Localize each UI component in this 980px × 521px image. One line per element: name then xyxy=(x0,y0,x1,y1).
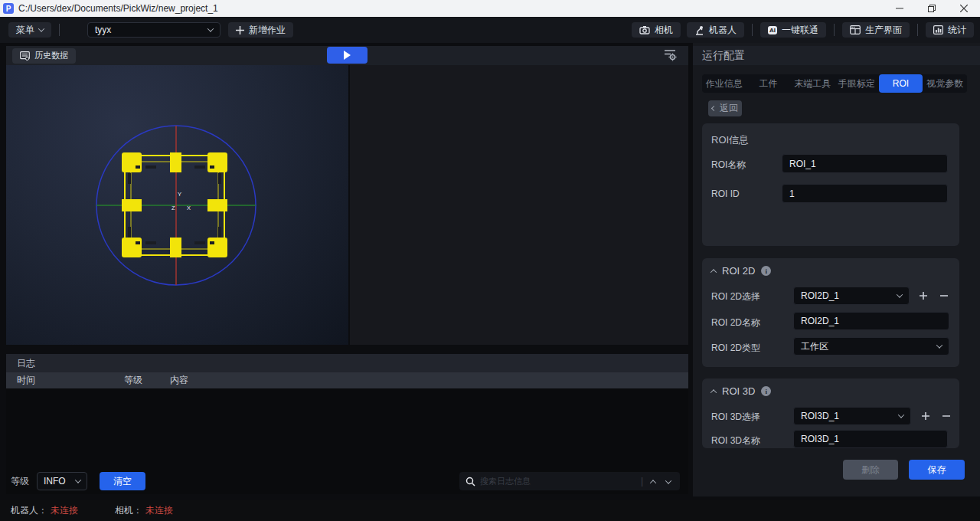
production-ui-button[interactable]: 生产界面 xyxy=(842,22,910,38)
history-data-icon xyxy=(20,51,30,61)
add-job-label: 新增作业 xyxy=(249,24,286,37)
close-button[interactable] xyxy=(948,0,980,17)
robot-label: 机器人 xyxy=(709,24,737,37)
config-tabs: 作业信息 工件 末端工具 手眼标定 ROI 视觉参数 xyxy=(702,74,967,93)
title-bar: P C:/Users/dex/Documents/PickWiz/new_pro… xyxy=(0,0,980,17)
save-button[interactable]: 保存 xyxy=(909,460,965,480)
axis-label-z: Z xyxy=(172,205,175,211)
chevron-down-icon xyxy=(38,25,44,31)
viewport-2d[interactable] xyxy=(350,65,688,345)
viewport-3d[interactable]: Y Z X xyxy=(6,65,348,345)
roi-id-input[interactable] xyxy=(782,184,948,203)
tab-job-info[interactable]: 作业信息 xyxy=(702,74,746,93)
stats-button[interactable]: 统计 xyxy=(926,22,974,38)
roi-2d-select-label: ROI 2D选择 xyxy=(711,290,760,303)
plus-icon xyxy=(921,411,930,421)
chevron-down-icon xyxy=(75,477,81,483)
roi-2d-name-input[interactable] xyxy=(793,312,949,330)
roi-info-card: ROI信息 ROI名称 ROI ID 1 拍照取图 导入图像 导入点云 xyxy=(702,123,959,246)
window-controls xyxy=(884,0,980,17)
collapse-icon[interactable] xyxy=(710,389,717,395)
back-button[interactable]: 返回 xyxy=(708,100,742,116)
roi-name-label: ROI名称 xyxy=(711,159,746,172)
tab-vision-params[interactable]: 视觉参数 xyxy=(923,74,967,93)
search-next-button[interactable] xyxy=(663,474,674,488)
tab-hand-eye-calib[interactable]: 手眼标定 xyxy=(835,74,879,93)
tray-edge-tab xyxy=(207,199,227,211)
log-header: 日志 xyxy=(6,354,688,372)
menu-button[interactable]: 菜单 xyxy=(8,22,51,38)
add-job-button[interactable]: 新增作业 xyxy=(228,22,293,38)
tab-workpiece[interactable]: 工件 xyxy=(746,74,791,93)
roi-2d-select[interactable]: ROI2D_1 xyxy=(793,287,910,305)
minus-icon xyxy=(942,411,951,421)
tray-corner-block xyxy=(122,152,142,172)
roi-2d-remove-button[interactable] xyxy=(938,290,950,302)
roi-3d-name-label: ROI 3D名称 xyxy=(711,434,760,447)
list-settings-icon xyxy=(662,48,678,62)
restore-icon xyxy=(928,5,936,12)
main-toolbar: 菜单 tyyx 新增作业 相机 机器人 AI 一键联通 生产界面 xyxy=(0,17,980,43)
roi-3d-add-button[interactable] xyxy=(920,410,932,422)
tab-end-tool[interactable]: 末端工具 xyxy=(790,74,835,93)
clear-log-button[interactable]: 清空 xyxy=(100,472,145,490)
roi-name-input[interactable] xyxy=(782,154,948,173)
chevron-down-icon xyxy=(897,291,903,297)
axis-label-x: X xyxy=(187,205,191,211)
info-icon[interactable]: i xyxy=(761,386,771,396)
log-level-select[interactable]: INFO xyxy=(37,472,87,490)
camera-status-label: 相机： xyxy=(115,504,142,517)
tab-roi[interactable]: ROI xyxy=(879,74,923,93)
camera-button[interactable]: 相机 xyxy=(632,22,681,38)
clear-log-label: 清空 xyxy=(113,475,132,488)
log-body[interactable]: 等级 INFO 清空 | xyxy=(6,388,688,494)
camera-icon xyxy=(639,25,650,34)
log-col-time: 时间 xyxy=(17,374,124,387)
one-key-connect-button[interactable]: AI 一键联通 xyxy=(760,22,826,38)
delete-button[interactable]: 删除 xyxy=(843,460,898,480)
log-column-header: 时间 等级 内容 xyxy=(6,372,688,388)
search-prev-button[interactable] xyxy=(648,474,658,488)
roi-info-title: ROI信息 xyxy=(711,133,749,147)
info-icon[interactable]: i xyxy=(761,266,771,276)
viewport-toolbar: 历史数据 xyxy=(6,46,688,65)
window-title: C:/Users/dex/Documents/PickWiz/new_proje… xyxy=(18,3,218,14)
roi-3d-title: ROI 3D xyxy=(722,385,755,397)
collapse-icon[interactable] xyxy=(710,269,717,275)
run-config-title: 运行配置 xyxy=(702,49,745,63)
minus-icon xyxy=(939,291,949,300)
robot-status: 机器人： 未连接 xyxy=(11,504,78,517)
roi-2d-type-label: ROI 2D类型 xyxy=(711,342,760,355)
minimize-icon xyxy=(896,5,903,12)
history-data-label: 历史数据 xyxy=(34,50,68,61)
robot-status-label: 机器人： xyxy=(11,504,47,517)
play-icon xyxy=(344,51,351,60)
delete-label: 删除 xyxy=(861,464,880,477)
close-icon xyxy=(960,5,968,12)
stats-label: 统计 xyxy=(948,24,966,37)
roi-2d-add-button[interactable] xyxy=(917,290,929,302)
log-col-content: 内容 xyxy=(170,374,188,387)
job-select[interactable]: tyyx xyxy=(87,22,220,38)
robot-button[interactable]: 机器人 xyxy=(687,22,744,38)
run-button[interactable] xyxy=(327,47,368,64)
view-settings-button[interactable] xyxy=(662,48,678,62)
tray-corner-block xyxy=(207,238,227,257)
roi-2d-type-select[interactable]: 工作区 xyxy=(793,337,949,356)
history-data-button[interactable]: 历史数据 xyxy=(12,48,76,64)
roi-3d-remove-button[interactable] xyxy=(940,410,952,422)
one-key-connect-label: 一键联通 xyxy=(782,24,818,37)
axis-label-y: Y xyxy=(178,191,181,198)
toolbar-right-group: 相机 机器人 AI 一键联通 生产界面 统计 xyxy=(632,22,974,38)
restore-button[interactable] xyxy=(916,0,948,17)
roi-3d-name-input[interactable] xyxy=(793,430,948,448)
log-title: 日志 xyxy=(17,357,35,370)
roi-3d-select[interactable]: ROI3D_1 xyxy=(793,407,911,425)
camera-status: 相机： 未连接 xyxy=(115,504,173,517)
minimize-button[interactable] xyxy=(884,0,916,17)
app-logo-icon: P xyxy=(3,3,14,14)
tray-corner-block xyxy=(207,152,227,172)
log-search-input[interactable] xyxy=(480,477,636,486)
roi-3d-scene: Y Z X xyxy=(6,65,348,345)
divider xyxy=(59,24,60,36)
